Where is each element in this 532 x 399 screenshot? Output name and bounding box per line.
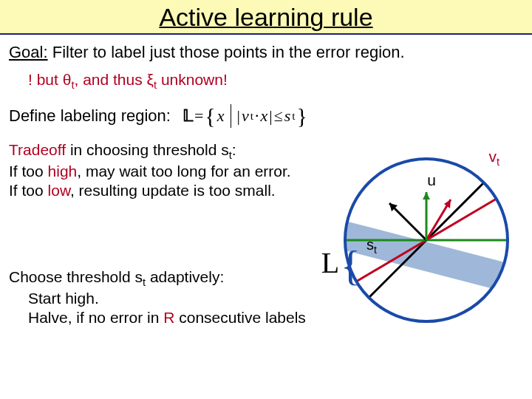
goal-prefix: Goal: bbox=[9, 43, 48, 61]
circle-diagram bbox=[334, 148, 519, 332]
goal-line: Goal: Filter to label just those points … bbox=[9, 42, 523, 63]
goal-text: Filter to label just those points in the… bbox=[48, 43, 405, 61]
define-row: Define labeling region: 𝕃 = { x |vt · x|… bbox=[9, 102, 523, 130]
tradeoff-line2: If too high, may wait too long for an er… bbox=[9, 162, 319, 181]
L-brace-label: L{ bbox=[321, 242, 361, 290]
slide-title: Active learning rule bbox=[0, 3, 532, 32]
tradeoff-line3: If too low, resulting update is too smal… bbox=[9, 181, 319, 200]
define-label: Define labeling region: bbox=[9, 106, 171, 126]
formula: 𝕃 = { x |vt · x| ≤ st } bbox=[183, 102, 307, 130]
u-label: u bbox=[427, 171, 436, 189]
tradeoff-line1: Tradeoff in choosing threshold st: bbox=[9, 140, 319, 163]
vt-label: vt bbox=[488, 148, 499, 168]
warning-line: ! but θt, and thus ξt unknown! bbox=[28, 70, 523, 92]
st-label: st bbox=[366, 236, 377, 256]
tradeoff-block: Tradeoff in choosing threshold st: If to… bbox=[9, 140, 319, 201]
title-bar: Active learning rule bbox=[0, 0, 532, 35]
